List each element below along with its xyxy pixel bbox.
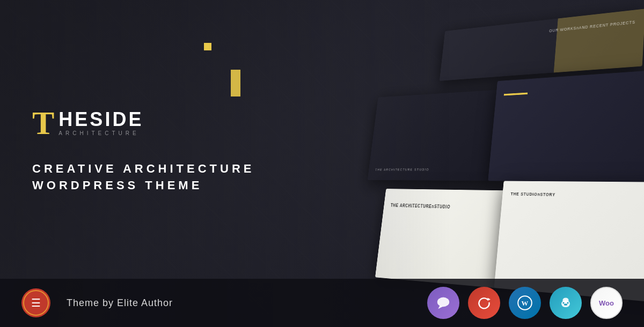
svg-point-8 [562, 302, 564, 303]
svg-point-7 [567, 302, 568, 303]
bottom-bar: ☰ Theme by Elite Author [0, 279, 644, 327]
logo-text-group: HESIDE ARCHITECTURE [58, 110, 143, 136]
woo-label: Woo [599, 299, 614, 307]
plugin-icons: W Woo [427, 287, 623, 319]
plugin-woocommerce-icon[interactable]: Woo [590, 287, 623, 319]
elite-badge-icon: ☰ [31, 296, 41, 309]
plugin-refresh-icon[interactable] [468, 287, 500, 319]
screens-container: THE ARCHITECTURE STUDIO [349, 0, 644, 327]
screen-middle-left: THE ARCHITECTURE STUDIO [368, 90, 504, 181]
plugin-mailchimp-icon[interactable] [550, 287, 582, 319]
screen-studio-label: THE ARCHITECTURE STUDIO [375, 168, 429, 172]
svg-point-0 [437, 298, 449, 307]
elite-badge: ☰ [21, 288, 50, 317]
left-content: T HESIDE ARCHITECTURE CREATIVE ARCHITECT… [32, 0, 301, 327]
screen-lower-left [375, 189, 511, 288]
logo-area: T HESIDE ARCHITECTURE [32, 106, 301, 139]
plugin-wordpress-icon[interactable]: W [509, 287, 541, 319]
logo-name: HESIDE [58, 110, 143, 129]
svg-marker-2 [487, 298, 491, 301]
screen-middle-right [488, 69, 644, 182]
main-headline: CREATIVE ARCHITECTURE WORDPRESS THEME [32, 161, 301, 194]
logo-letter: T [32, 106, 54, 139]
svg-text:W: W [522, 300, 529, 307]
author-text: Theme by Elite Author [67, 298, 173, 309]
plugin-buddypress-icon[interactable] [427, 287, 459, 319]
logo-tagline: ARCHITECTURE [58, 130, 143, 136]
svg-point-9 [564, 304, 567, 306]
main-container: THE ARCHITECTURE STUDIO T HESIDE ARCHITE… [0, 0, 644, 327]
